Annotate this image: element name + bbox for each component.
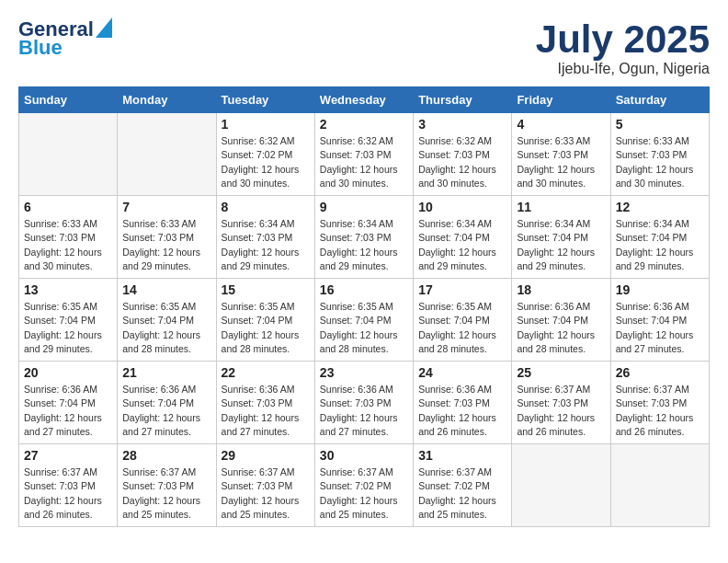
day-number: 8 — [222, 200, 310, 214]
col-header-tuesday: Tuesday — [216, 87, 314, 113]
day-cell — [512, 444, 610, 527]
day-number: 26 — [616, 365, 704, 380]
day-cell: 24Sunrise: 6:36 AM Sunset: 7:03 PM Dayli… — [414, 362, 512, 444]
day-cell: 16Sunrise: 6:35 AM Sunset: 7:04 PM Dayli… — [314, 279, 413, 362]
day-cell: 29Sunrise: 6:37 AM Sunset: 7:03 PM Dayli… — [216, 444, 314, 527]
week-row-1: 1Sunrise: 6:32 AM Sunset: 7:02 PM Daylig… — [19, 113, 710, 196]
day-cell — [118, 113, 216, 196]
day-info: Sunrise: 6:32 AM Sunset: 7:02 PM Dayligh… — [222, 134, 310, 190]
day-cell: 25Sunrise: 6:37 AM Sunset: 7:03 PM Dayli… — [512, 362, 610, 444]
day-info: Sunrise: 6:37 AM Sunset: 7:02 PM Dayligh… — [320, 465, 408, 522]
day-number: 28 — [122, 448, 210, 463]
day-info: Sunrise: 6:36 AM Sunset: 7:03 PM Dayligh… — [320, 383, 408, 439]
day-cell: 15Sunrise: 6:35 AM Sunset: 7:04 PM Dayli… — [216, 279, 314, 362]
day-info: Sunrise: 6:34 AM Sunset: 7:04 PM Dayligh… — [418, 217, 506, 273]
day-info: Sunrise: 6:37 AM Sunset: 7:02 PM Dayligh… — [418, 465, 506, 522]
calendar-table: SundayMondayTuesdayWednesdayThursdayFrid… — [18, 86, 710, 527]
page-header: General Blue July 2025 Ijebu-Ife, Ogun, … — [18, 18, 710, 77]
day-cell: 3Sunrise: 6:32 AM Sunset: 7:03 PM Daylig… — [414, 113, 512, 196]
day-number: 18 — [517, 282, 605, 297]
svg-marker-0 — [96, 17, 112, 38]
day-cell: 13Sunrise: 6:35 AM Sunset: 7:04 PM Dayli… — [19, 279, 118, 362]
day-cell: 5Sunrise: 6:33 AM Sunset: 7:03 PM Daylig… — [610, 113, 709, 196]
day-info: Sunrise: 6:33 AM Sunset: 7:03 PM Dayligh… — [122, 217, 210, 273]
day-cell: 8Sunrise: 6:34 AM Sunset: 7:03 PM Daylig… — [216, 196, 314, 279]
day-info: Sunrise: 6:37 AM Sunset: 7:03 PM Dayligh… — [616, 383, 704, 439]
day-cell: 4Sunrise: 6:33 AM Sunset: 7:03 PM Daylig… — [512, 113, 610, 196]
day-cell: 7Sunrise: 6:33 AM Sunset: 7:03 PM Daylig… — [118, 196, 216, 279]
day-info: Sunrise: 6:35 AM Sunset: 7:04 PM Dayligh… — [320, 300, 408, 356]
col-header-monday: Monday — [118, 87, 216, 113]
day-info: Sunrise: 6:36 AM Sunset: 7:04 PM Dayligh… — [616, 300, 704, 356]
logo: General Blue — [18, 18, 112, 59]
day-cell — [19, 113, 118, 196]
day-cell: 2Sunrise: 6:32 AM Sunset: 7:03 PM Daylig… — [314, 113, 413, 196]
col-header-sunday: Sunday — [19, 87, 118, 113]
day-cell: 10Sunrise: 6:34 AM Sunset: 7:04 PM Dayli… — [414, 196, 512, 279]
day-number: 12 — [616, 200, 704, 214]
day-info: Sunrise: 6:37 AM Sunset: 7:03 PM Dayligh… — [122, 465, 210, 522]
day-info: Sunrise: 6:36 AM Sunset: 7:04 PM Dayligh… — [24, 383, 112, 439]
location: Ijebu-Ife, Ogun, Nigeria — [536, 61, 710, 77]
day-number: 16 — [320, 282, 408, 297]
day-cell: 28Sunrise: 6:37 AM Sunset: 7:03 PM Dayli… — [118, 444, 216, 527]
day-cell: 30Sunrise: 6:37 AM Sunset: 7:02 PM Dayli… — [314, 444, 413, 527]
day-number: 14 — [122, 282, 210, 297]
day-number: 9 — [320, 200, 408, 214]
col-header-friday: Friday — [512, 87, 610, 113]
day-cell: 31Sunrise: 6:37 AM Sunset: 7:02 PM Dayli… — [414, 444, 512, 527]
day-info: Sunrise: 6:34 AM Sunset: 7:03 PM Dayligh… — [320, 217, 408, 273]
day-cell: 19Sunrise: 6:36 AM Sunset: 7:04 PM Dayli… — [610, 279, 709, 362]
col-header-saturday: Saturday — [610, 87, 709, 113]
day-info: Sunrise: 6:34 AM Sunset: 7:03 PM Dayligh… — [222, 217, 310, 273]
day-number: 3 — [418, 117, 506, 132]
col-header-wednesday: Wednesday — [314, 87, 413, 113]
day-info: Sunrise: 6:35 AM Sunset: 7:04 PM Dayligh… — [222, 300, 310, 356]
day-info: Sunrise: 6:33 AM Sunset: 7:03 PM Dayligh… — [616, 134, 704, 190]
day-number: 29 — [222, 448, 310, 463]
logo-triangle-icon — [96, 17, 112, 38]
day-info: Sunrise: 6:35 AM Sunset: 7:04 PM Dayligh… — [418, 300, 506, 356]
day-info: Sunrise: 6:35 AM Sunset: 7:04 PM Dayligh… — [122, 300, 210, 356]
day-number: 13 — [24, 282, 112, 297]
week-row-5: 27Sunrise: 6:37 AM Sunset: 7:03 PM Dayli… — [19, 444, 710, 527]
day-number: 2 — [320, 117, 408, 132]
day-cell — [610, 444, 709, 527]
day-info: Sunrise: 6:36 AM Sunset: 7:04 PM Dayligh… — [517, 300, 605, 356]
day-number: 11 — [517, 200, 605, 214]
day-number: 20 — [24, 365, 112, 380]
day-info: Sunrise: 6:37 AM Sunset: 7:03 PM Dayligh… — [222, 465, 310, 522]
day-number: 19 — [616, 282, 704, 297]
day-cell: 18Sunrise: 6:36 AM Sunset: 7:04 PM Dayli… — [512, 279, 610, 362]
day-info: Sunrise: 6:34 AM Sunset: 7:04 PM Dayligh… — [517, 217, 605, 273]
day-info: Sunrise: 6:33 AM Sunset: 7:03 PM Dayligh… — [24, 217, 112, 273]
day-cell: 14Sunrise: 6:35 AM Sunset: 7:04 PM Dayli… — [118, 279, 216, 362]
day-info: Sunrise: 6:36 AM Sunset: 7:03 PM Dayligh… — [222, 383, 310, 439]
day-number: 21 — [122, 365, 210, 380]
logo-text-blue: Blue — [18, 37, 63, 59]
day-number: 7 — [122, 200, 210, 214]
day-cell: 12Sunrise: 6:34 AM Sunset: 7:04 PM Dayli… — [610, 196, 709, 279]
day-number: 23 — [320, 365, 408, 380]
title-block: July 2025 Ijebu-Ife, Ogun, Nigeria — [536, 18, 710, 77]
week-row-2: 6Sunrise: 6:33 AM Sunset: 7:03 PM Daylig… — [19, 196, 710, 279]
col-header-thursday: Thursday — [414, 87, 512, 113]
day-number: 25 — [517, 365, 605, 380]
day-number: 31 — [418, 448, 506, 463]
month-title: July 2025 — [536, 18, 710, 61]
day-number: 5 — [616, 117, 704, 132]
day-number: 24 — [418, 365, 506, 380]
day-cell: 26Sunrise: 6:37 AM Sunset: 7:03 PM Dayli… — [610, 362, 709, 444]
day-cell: 21Sunrise: 6:36 AM Sunset: 7:04 PM Dayli… — [118, 362, 216, 444]
day-cell: 9Sunrise: 6:34 AM Sunset: 7:03 PM Daylig… — [314, 196, 413, 279]
day-info: Sunrise: 6:37 AM Sunset: 7:03 PM Dayligh… — [517, 383, 605, 439]
day-number: 10 — [418, 200, 506, 214]
day-number: 1 — [222, 117, 310, 132]
day-number: 4 — [517, 117, 605, 132]
day-cell: 6Sunrise: 6:33 AM Sunset: 7:03 PM Daylig… — [19, 196, 118, 279]
week-row-3: 13Sunrise: 6:35 AM Sunset: 7:04 PM Dayli… — [19, 279, 710, 362]
day-cell: 17Sunrise: 6:35 AM Sunset: 7:04 PM Dayli… — [414, 279, 512, 362]
day-info: Sunrise: 6:37 AM Sunset: 7:03 PM Dayligh… — [24, 465, 112, 522]
day-number: 22 — [222, 365, 310, 380]
day-cell: 27Sunrise: 6:37 AM Sunset: 7:03 PM Dayli… — [19, 444, 118, 527]
